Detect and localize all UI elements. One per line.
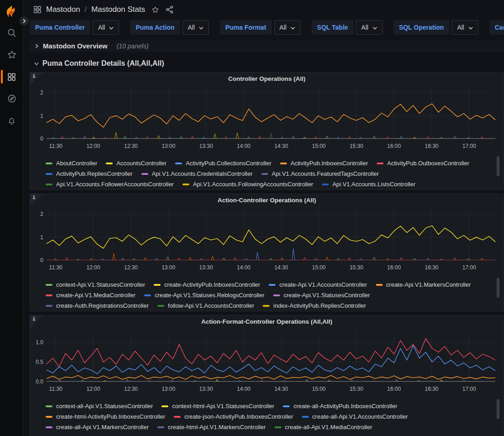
dashboards-breadcrumb-icon[interactable] <box>33 5 42 14</box>
legend-scrollbar[interactable] <box>497 399 499 419</box>
legend-label: create-Api.V1.Statuses.ReblogsController <box>155 292 265 299</box>
legend-item[interactable]: ActivityPub.OutboxesController <box>377 160 469 167</box>
filter-selected-value: All <box>280 24 287 31</box>
legend-item[interactable]: Api.V1.Accounts.FollowerAccountsControll… <box>46 181 174 188</box>
chevron-right-icon <box>34 43 39 49</box>
legend-label: follow-Api.V1.AccountsController <box>168 302 254 309</box>
legend-item[interactable]: create-all-Api.V1.AccountsController <box>302 413 408 420</box>
filter-label[interactable]: SQL Table <box>312 20 353 35</box>
svg-text:0: 0 <box>40 136 43 142</box>
panel-title[interactable]: Controller Operations (All) <box>30 73 504 82</box>
row-mastodon-overview[interactable]: Mastodon Overview (10 panels) <box>30 40 504 52</box>
panel-title[interactable]: Action-Controller Operations (All) <box>30 194 504 204</box>
share-dashboard-icon[interactable] <box>166 5 174 14</box>
legend-item[interactable]: Api.V1.Accounts.CredentialsController <box>141 170 253 177</box>
legend-label: Api.V1.Accounts.FeaturedTagsController <box>272 170 379 177</box>
starred-icon[interactable] <box>0 47 23 63</box>
filter-value-dropdown[interactable]: All <box>274 20 301 35</box>
legend-item[interactable]: Api.V1.Accounts.FeaturedTagsController <box>261 170 379 177</box>
legend-item[interactable]: Api.V1.Accounts.FollowingAccountsControl… <box>182 181 313 188</box>
panel-info-icon[interactable]: i <box>30 73 42 85</box>
legend-item[interactable]: ActivityPub.CollectionsController <box>175 160 271 167</box>
filter-label[interactable]: Puma Format <box>220 20 271 35</box>
filter-value-dropdown[interactable]: All <box>356 20 383 35</box>
legend-color-dash <box>376 284 383 286</box>
legend-item[interactable]: create-Api.V1.StatusesController <box>273 292 370 299</box>
panel-title[interactable]: Action-Format-Controller Operations (All… <box>30 315 504 325</box>
filter-label[interactable]: Puma Action <box>130 20 180 35</box>
filter-value-dropdown[interactable]: All <box>182 20 209 35</box>
legend: AboutControllerAccountsControllerActivit… <box>30 153 504 189</box>
filter-value-dropdown[interactable]: All <box>93 20 120 35</box>
time-series-chart[interactable]: 11:3012:0012:3013:0013:3014:0014:3015:00… <box>30 205 504 275</box>
legend-item[interactable]: context-all-Api.V1.StatusesController <box>46 403 153 410</box>
legend-item[interactable]: index-ActivityPub.RepliesController <box>263 302 366 309</box>
svg-text:13:30: 13:30 <box>199 264 213 271</box>
legend-scrollbar[interactable] <box>497 156 499 176</box>
legend-item[interactable]: create-all-Api.V1.MarkersController <box>46 424 149 431</box>
legend-item[interactable]: follow-Api.V1.AccountsController <box>157 302 254 309</box>
legend-item[interactable]: AccountsController <box>106 160 166 167</box>
legend-item[interactable]: create-html-Api.V1.MarkersController <box>157 424 266 431</box>
svg-text:15:30: 15:30 <box>349 264 363 271</box>
panel-info-icon[interactable]: i <box>30 194 42 206</box>
active-section-indicator <box>1 70 3 84</box>
svg-text:12:00: 12:00 <box>87 143 100 149</box>
star-dashboard-icon[interactable] <box>151 6 159 14</box>
alerting-bell-icon[interactable] <box>0 112 23 129</box>
filter-value-dropdown[interactable]: All <box>452 20 478 35</box>
search-icon[interactable] <box>0 25 23 41</box>
legend-item[interactable]: create-Api.V1.MarkersController <box>376 281 471 288</box>
legend-item[interactable]: context-html-Api.V1.StatusesController <box>161 403 274 410</box>
breadcrumb-page-title[interactable]: Mastodon Stats <box>91 5 145 14</box>
filter-label[interactable]: SQL Operation <box>394 20 450 35</box>
row-puma-controller-details[interactable]: Puma Controller Details (All,All,All) <box>30 58 504 68</box>
sidebar-expand-toggle[interactable] <box>18 15 30 27</box>
legend-label: create-all-Api.V1.MediaController <box>285 424 372 431</box>
filter-label[interactable]: Puma Controller <box>30 20 90 35</box>
legend-item[interactable]: AboutController <box>46 160 97 167</box>
legend-label: AccountsController <box>116 160 166 167</box>
legend-item[interactable]: create-Api.V1.AccountsController <box>269 281 367 288</box>
filter-selected-value: All <box>457 24 464 31</box>
legend-color-dash <box>322 184 329 185</box>
legend-item[interactable]: create-Auth.RegistrationsController <box>46 302 149 309</box>
grafana-logo-icon[interactable] <box>5 5 19 19</box>
legend-item[interactable]: create-all-ActivityPub.InboxesController <box>283 403 397 410</box>
legend-color-dash <box>46 294 52 296</box>
panel-info-icon[interactable]: i <box>30 315 42 328</box>
legend-scrollbar[interactable] <box>497 278 499 298</box>
filter-selected-value: All <box>188 24 195 31</box>
chevron-down-icon <box>34 61 39 66</box>
explore-compass-icon[interactable] <box>0 90 23 107</box>
legend-color-dash <box>46 426 52 428</box>
legend-item[interactable]: create-all-Api.V1.MediaController <box>275 424 372 431</box>
time-series-chart[interactable]: 11:3012:0012:3013:0013:3014:0014:3015:00… <box>30 83 504 153</box>
legend-color-dash <box>280 163 287 164</box>
breadcrumb-section[interactable]: Mastodon <box>46 5 80 14</box>
time-series-chart[interactable]: 11:3012:0012:3013:0013:3014:0014:3015:00… <box>30 326 504 396</box>
legend-item[interactable]: ActivityPub.InboxesController <box>280 160 368 167</box>
svg-text:11:30: 11:30 <box>49 386 62 392</box>
legend-label: create-Api.V1.MediaController <box>56 292 135 299</box>
legend-item[interactable]: context-Api.V1.StatusesController <box>46 281 145 288</box>
breadcrumb-separator: / <box>84 5 87 14</box>
svg-text:16:30: 16:30 <box>425 143 438 149</box>
legend-item[interactable]: Api.V1.Accounts.ListsController <box>322 181 416 188</box>
filter-cache-operation: Cache Operation All <box>489 20 504 35</box>
chevron-down-icon <box>291 26 295 30</box>
legend-label: create-Auth.RegistrationsController <box>56 302 149 309</box>
dashboards-icon[interactable] <box>0 68 23 85</box>
legend-row: context-all-Api.V1.StatusesControllercon… <box>46 401 504 411</box>
legend-item[interactable]: create-html-ActivityPub.InboxesControlle… <box>46 413 165 420</box>
legend-item[interactable]: create-ActivityPub.InboxesController <box>154 281 260 288</box>
legend-item[interactable]: create-Api.V1.MediaController <box>46 292 135 299</box>
legend-item[interactable]: create-Api.V1.Statuses.ReblogsController <box>144 292 265 299</box>
legend-item[interactable]: ActivityPub.RepliesController <box>46 170 133 177</box>
chevron-down-icon <box>373 26 377 30</box>
legend-label: Api.V1.Accounts.FollowingAccountsControl… <box>193 181 313 188</box>
row-title: Mastodon Overview <box>43 42 108 50</box>
filter-label[interactable]: Cache Operation <box>489 20 504 35</box>
svg-text:16:00: 16:00 <box>387 143 401 149</box>
legend-item[interactable]: create-json-ActivityPub.InboxesControlle… <box>174 413 293 420</box>
